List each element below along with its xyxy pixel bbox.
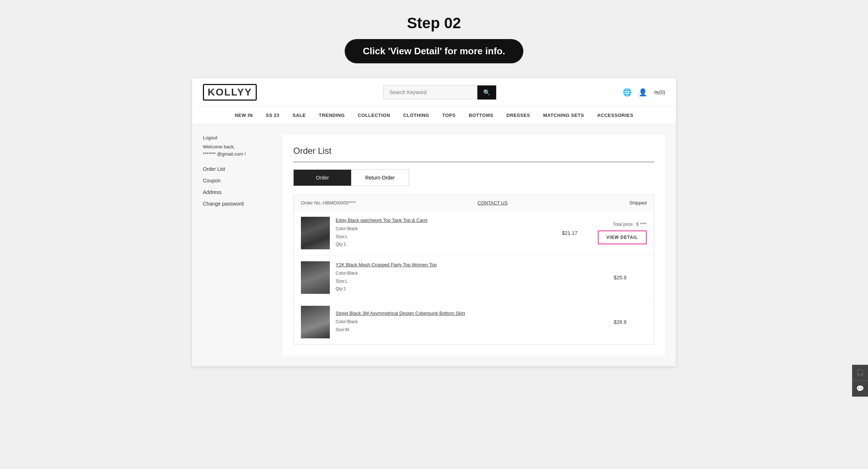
item-thumbnail-3 bbox=[301, 306, 330, 338]
order-divider bbox=[293, 162, 654, 162]
item-details-3: Street Black 3M Asymmetrical Design Cybe… bbox=[336, 310, 608, 334]
site-logo[interactable]: KOLLYY bbox=[203, 84, 257, 101]
header-icons: 🌐 👤 🛍(0) bbox=[623, 88, 665, 97]
page-content: Logout Welcome back, ******* @gmail.com … bbox=[192, 124, 676, 366]
welcome-label: Welcome back, bbox=[203, 144, 235, 149]
search-input[interactable] bbox=[383, 85, 477, 99]
main-content: Order List Order Return Order Order No.:… bbox=[282, 135, 665, 355]
user-email: ******* @gmail.com ! bbox=[203, 151, 246, 157]
floating-buttons: 🎧 💬 bbox=[852, 365, 868, 374]
total-price-label-1: Total price : $ **** bbox=[613, 222, 647, 227]
item-name-1[interactable]: Edgy Black patchwork Top Tank Top & Cami bbox=[336, 217, 556, 223]
page-title: Order List bbox=[293, 146, 654, 156]
nav-item-accessories[interactable]: ACCESSORIES bbox=[591, 107, 640, 124]
contact-us-link[interactable]: CONTACT US bbox=[477, 200, 507, 206]
sidebar-logout[interactable]: Logout bbox=[203, 135, 268, 140]
item-thumbnail-1 bbox=[301, 217, 330, 249]
sidebar-item-address[interactable]: Address bbox=[203, 189, 268, 195]
order-item-1: Edgy Black patchwork Top Tank Top & Cami… bbox=[294, 211, 654, 255]
nav-item-sale[interactable]: SALE bbox=[286, 107, 312, 124]
sidebar-item-change-password[interactable]: Change password bbox=[203, 201, 268, 207]
nav-item-new-in[interactable]: NEW IN bbox=[228, 107, 259, 124]
nav-item-collection[interactable]: COLLECTION bbox=[351, 107, 397, 124]
order-status: Shipped bbox=[629, 200, 647, 206]
sidebar-welcome: Welcome back, ******* @gmail.com ! bbox=[203, 143, 268, 157]
nav-item-trending[interactable]: TRENDING bbox=[312, 107, 351, 124]
item-qty-2: Qty:1 bbox=[336, 286, 346, 291]
item-size-1: Size:L bbox=[336, 234, 348, 239]
instruction-button: Click 'View Detail' for more info. bbox=[345, 39, 523, 63]
item-actions-1: Total price : $ **** VIEW DETAIL bbox=[598, 222, 647, 244]
instruction-area: Step 02 Click 'View Detail' for more inf… bbox=[0, 0, 868, 71]
sidebar-item-order-list[interactable]: Order List bbox=[203, 166, 268, 172]
search-button[interactable]: 🔍 bbox=[477, 85, 496, 100]
item-meta-2: Color:Black Size:L Qty:1 bbox=[336, 270, 608, 293]
item-name-3[interactable]: Street Black 3M Asymmetrical Design Cybe… bbox=[336, 310, 608, 316]
item-details-2: Y2K Black Mesh Cropped Party Top Women T… bbox=[336, 262, 608, 293]
nav-item-bottoms[interactable]: BOTTOMS bbox=[462, 107, 500, 124]
view-detail-button-1[interactable]: VIEW DETAIL bbox=[598, 231, 647, 244]
item-color-2: Color:Black bbox=[336, 271, 358, 276]
item-size-2: Size:L bbox=[336, 279, 348, 284]
order-tabs: Order Return Order bbox=[293, 169, 409, 186]
item-price-2: $25.9 bbox=[614, 275, 626, 280]
globe-icon[interactable]: 🌐 bbox=[623, 88, 632, 97]
site-nav: NEW IN SS 23 SALE TRENDING COLLECTION CL… bbox=[192, 107, 676, 124]
item-image-3 bbox=[301, 306, 330, 338]
headset-button[interactable]: 🎧 bbox=[852, 365, 868, 374]
site-header: KOLLYY 🔍 🌐 👤 🛍(0) bbox=[192, 78, 676, 107]
item-image-1 bbox=[301, 217, 330, 249]
sidebar-menu: Order List Coupon Address Change passwor… bbox=[203, 166, 268, 207]
item-thumbnail-2 bbox=[301, 261, 330, 294]
item-details-1: Edgy Black patchwork Top Tank Top & Cami… bbox=[336, 217, 556, 249]
item-color-3: Color:Black bbox=[336, 319, 358, 324]
order-card: Order No.:HBMDI0000**** CONTACT US Shipp… bbox=[293, 195, 654, 345]
user-icon[interactable]: 👤 bbox=[638, 88, 647, 97]
nav-item-dresses[interactable]: DRESSES bbox=[500, 107, 537, 124]
browser-window: KOLLYY 🔍 🌐 👤 🛍(0) NEW IN SS 23 SALE TREN… bbox=[192, 78, 676, 367]
order-item-3: Street Black 3M Asymmetrical Design Cybe… bbox=[294, 300, 654, 344]
nav-list: NEW IN SS 23 SALE TRENDING COLLECTION CL… bbox=[203, 107, 665, 124]
nav-item-ss23[interactable]: SS 23 bbox=[259, 107, 286, 124]
nav-item-tops[interactable]: TOPS bbox=[436, 107, 462, 124]
sidebar: Logout Welcome back, ******* @gmail.com … bbox=[203, 135, 268, 355]
item-meta-3: Color:Black Size:M bbox=[336, 318, 608, 334]
item-name-2[interactable]: Y2K Black Mesh Cropped Party Top Women T… bbox=[336, 262, 608, 267]
item-size-3: Size:M bbox=[336, 327, 349, 332]
tab-order[interactable]: Order bbox=[294, 170, 351, 186]
item-meta-1: Color:Black Size:L Qty:1 bbox=[336, 225, 556, 249]
cart-count: (0) bbox=[659, 89, 665, 95]
step-title: Step 02 bbox=[7, 14, 861, 32]
item-image-2 bbox=[301, 261, 330, 294]
order-card-header: Order No.:HBMDI0000**** CONTACT US Shipp… bbox=[294, 195, 654, 211]
item-price-3: $28.9 bbox=[614, 319, 626, 325]
nav-item-clothing[interactable]: CLOTHING bbox=[397, 107, 436, 124]
sidebar-item-coupon[interactable]: Coupon bbox=[203, 178, 268, 183]
item-qty-1: Qty:1 bbox=[336, 242, 346, 247]
tab-return-order[interactable]: Return Order bbox=[351, 170, 409, 186]
header-search: 🔍 bbox=[383, 85, 496, 100]
cart-icon[interactable]: 🛍(0) bbox=[654, 89, 665, 95]
order-number: Order No.:HBMDI0000**** bbox=[301, 200, 356, 206]
nav-item-matching-sets[interactable]: MATCHING SETS bbox=[537, 107, 591, 124]
order-item-2: Y2K Black Mesh Cropped Party Top Women T… bbox=[294, 255, 654, 300]
item-color-1: Color:Black bbox=[336, 226, 358, 231]
item-price-1: $21.17 bbox=[562, 230, 578, 236]
